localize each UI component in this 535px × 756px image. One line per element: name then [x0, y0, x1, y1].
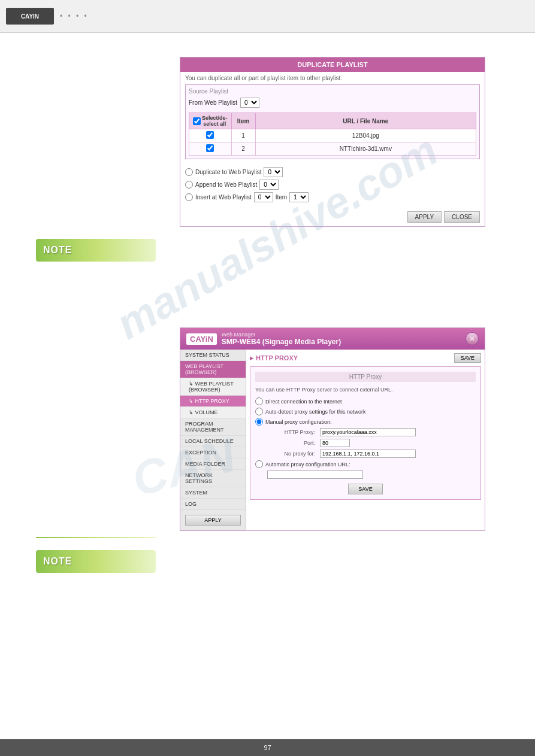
sidebar-item-system-status[interactable]: SYSTEM STATUS [180, 350, 246, 361]
wm-description: You can use HTTP Proxy server to connect… [255, 387, 476, 393]
radio-options: Duplicate to Web Playlist 01 Append to W… [180, 164, 485, 208]
port-input[interactable] [320, 439, 350, 447]
note-label-1: NOTE [43, 245, 72, 256]
cayin-logo-small: CAYIN [6, 8, 54, 25]
wm-save-top-button[interactable]: SAVE [454, 353, 481, 363]
wm-title-area: Web Manager SMP-WEB4 (Signage Media Play… [222, 332, 341, 346]
wm-sidebar-apply-area: APPLY [185, 515, 241, 526]
sidebar-item-http-proxy[interactable]: ↳ HTTP PROXY [180, 396, 246, 407]
sidebar-item-web-playlist-sub[interactable]: ↳ WEB PLAYLIST (BROWSER) [180, 378, 246, 396]
sidebar-apply-button[interactable]: APPLY [185, 515, 241, 526]
radio-auto-url-input[interactable] [255, 460, 263, 468]
auto-proxy-url-input[interactable] [267, 470, 363, 479]
source-section-title: Source Playlist [189, 88, 476, 95]
item-header: Item [231, 113, 255, 129]
note-label-2: NOTE [43, 556, 72, 567]
sidebar-item-network-settings[interactable]: NETWORK SETTINGS [180, 470, 246, 487]
row2-checkbox[interactable] [206, 144, 214, 152]
green-separator-1 [36, 537, 156, 538]
radio-row-3: Insert at Web Playlist 01 Item 123 [185, 192, 480, 202]
text-content-1 [36, 274, 499, 321]
http-proxy-input[interactable] [320, 428, 416, 436]
sidebar-item-local-schedule[interactable]: LOCAL SCHEDULE [180, 436, 246, 447]
insert-playlist-select[interactable]: 01 [254, 192, 273, 202]
wm-web-manager-label: Web Manager [222, 332, 341, 338]
radio-row-1: Duplicate to Web Playlist 01 [185, 167, 480, 177]
wm-close-button[interactable]: ✕ [466, 332, 479, 345]
close-button[interactable]: CLOSE [444, 211, 480, 223]
wm-panel: HTTP Proxy You can use HTTP Proxy server… [250, 366, 481, 500]
sidebar-item-web-playlist[interactable]: WEB PLAYLIST (BROWSER) [180, 361, 246, 378]
row1-item: 1 [231, 129, 255, 142]
row2-checkbox-cell [189, 142, 232, 156]
radio-append[interactable] [185, 181, 193, 189]
no-proxy-label: No proxy for: [267, 451, 315, 457]
apply-button[interactable]: APPLY [407, 211, 442, 223]
row1-checkbox-cell [189, 129, 232, 142]
sidebar-item-media-folder[interactable]: MEDIA FOLDER [180, 459, 246, 470]
web-manager-window: CAYiN Web Manager SMP-WEB4 (Signage Medi… [180, 327, 485, 531]
wm-body: SYSTEM STATUS WEB PLAYLIST (BROWSER) ↳ W… [180, 350, 485, 530]
wm-main-panel: HTTP PROXY SAVE HTTP Proxy You can use H… [246, 350, 485, 530]
sidebar-item-program-mgmt[interactable]: PROGRAM MANAGEMENT [180, 418, 246, 436]
wm-header: CAYiN Web Manager SMP-WEB4 (Signage Medi… [180, 328, 485, 350]
form-row-no-proxy: No proxy for: [255, 450, 476, 458]
wm-sidebar: SYSTEM STATUS WEB PLAYLIST (BROWSER) ↳ W… [180, 350, 246, 530]
select-all-checkbox[interactable] [193, 117, 201, 125]
radio-direct-input[interactable] [255, 397, 263, 405]
wm-panel-title: HTTP Proxy [255, 372, 476, 382]
from-playlist-select[interactable]: 0 1 2 [240, 98, 259, 108]
note-box-2: NOTE [36, 550, 156, 573]
wm-save-bottom-button[interactable]: SAVE [348, 484, 382, 494]
page-number: 97 [264, 744, 271, 751]
radio-manual-input[interactable] [255, 418, 263, 426]
filename-header: URL / File Name [255, 113, 476, 129]
radio-auto-url: Automatic proxy configuration URL: [255, 460, 476, 468]
from-label: From Web Playlist [189, 99, 237, 106]
wm-save-bottom: SAVE [255, 484, 476, 494]
radio-auto-detect-input[interactable] [255, 408, 263, 415]
radio-auto-detect: Auto-detect proxy settings for this netw… [255, 408, 476, 415]
radio-row-2: Append to Web Playlist 01 [185, 180, 480, 190]
radio-direct-label: Direct connection to the Internet [265, 399, 342, 405]
http-proxy-label: HTTP Proxy: [267, 429, 315, 435]
sidebar-item-log[interactable]: LOG [180, 499, 246, 510]
insert-item-select[interactable]: 123 [289, 192, 309, 202]
dialog-subtitle: You can duplicate all or part of playlis… [180, 72, 485, 84]
playlist-items-table: Select/de-select all Item URL / File Nam… [189, 113, 476, 156]
row1-checkbox[interactable] [206, 131, 214, 139]
main-content: manualshive.com CAN DUPLICATE PLAYLIST Y… [0, 33, 535, 663]
radio-manual-label: Manual proxy configuration: [265, 419, 332, 425]
duplicate-playlist-dialog: DUPLICATE PLAYLIST You can duplicate all… [180, 57, 485, 227]
top-bar-dots: • • • • [60, 12, 89, 20]
row1-filename: 12B04.jpg [255, 129, 476, 142]
append-playlist-select[interactable]: 01 [259, 180, 279, 190]
radio-append-label: Append to Web Playlist [195, 181, 257, 188]
source-playlist-section: Source Playlist From Web Playlist 0 1 2 [185, 84, 480, 159]
no-proxy-input[interactable] [320, 450, 416, 458]
port-label: Port: [267, 440, 315, 446]
sidebar-item-system[interactable]: SYSTEM [180, 487, 246, 499]
duplicate-playlist-select[interactable]: 01 [264, 167, 283, 177]
item-label: Item [276, 194, 287, 201]
wm-section-header: HTTP PROXY SAVE [250, 353, 481, 363]
form-row-port: Port: [255, 439, 476, 447]
radio-duplicate[interactable] [185, 168, 193, 176]
dialog-title: DUPLICATE PLAYLIST [180, 57, 485, 72]
dialog-buttons: APPLY CLOSE [180, 208, 485, 226]
row2-filename: NTTIchiro-3d1.wmv [255, 142, 476, 156]
table-row: 2 NTTIchiro-3d1.wmv [189, 142, 476, 156]
sidebar-item-exception[interactable]: EXCEPTION [180, 447, 246, 459]
radio-insert[interactable] [185, 193, 193, 201]
wm-device-label: SMP-WEB4 (Signage Media Player) [222, 338, 341, 346]
text-content-2 [36, 585, 499, 645]
form-row-auto-url [255, 470, 476, 479]
radio-auto-url-label: Automatic proxy configuration URL: [265, 462, 350, 467]
sidebar-item-volume[interactable]: ↳ VOLUME [180, 407, 246, 418]
radio-duplicate-label: Duplicate to Web Playlist [195, 169, 261, 175]
wm-header-left: CAYiN Web Manager SMP-WEB4 (Signage Medi… [186, 332, 341, 346]
radio-manual: Manual proxy configuration: [255, 418, 476, 426]
cayin-logo: CAYiN [186, 333, 217, 345]
note-box-1: NOTE [36, 239, 156, 262]
select-all-header: Select/de-select all [189, 113, 232, 129]
